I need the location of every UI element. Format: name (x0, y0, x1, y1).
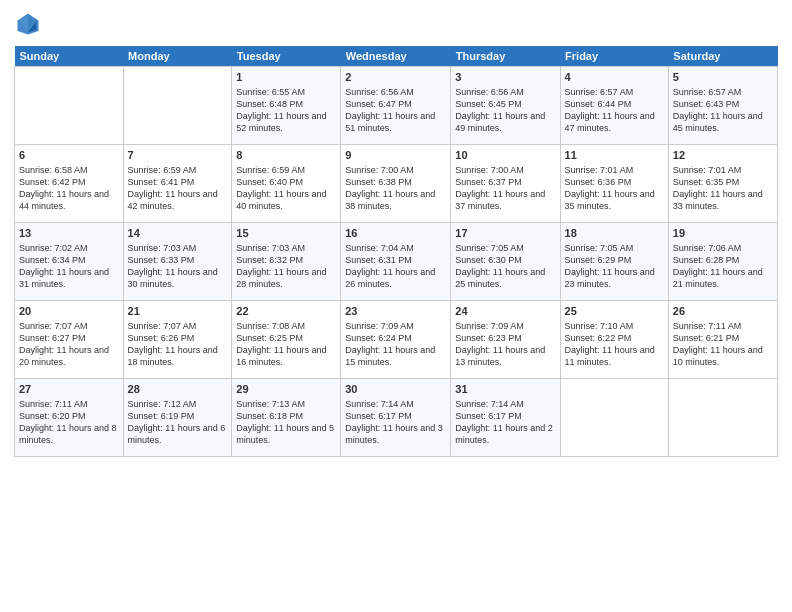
day-number: 28 (128, 382, 228, 397)
day-cell-6: 6Sunrise: 6:58 AMSunset: 6:42 PMDaylight… (15, 145, 124, 223)
day-cell-2: 2Sunrise: 6:56 AMSunset: 6:47 PMDaylight… (341, 67, 451, 145)
day-cell-7: 7Sunrise: 6:59 AMSunset: 6:41 PMDaylight… (123, 145, 232, 223)
day-cell-12: 12Sunrise: 7:01 AMSunset: 6:35 PMDayligh… (668, 145, 777, 223)
day-number: 15 (236, 226, 336, 241)
day-cell-16: 16Sunrise: 7:04 AMSunset: 6:31 PMDayligh… (341, 223, 451, 301)
sunset: Sunset: 6:40 PM (236, 177, 303, 187)
weekday-saturday: Saturday (668, 46, 777, 67)
day-number: 1 (236, 70, 336, 85)
sunset: Sunset: 6:27 PM (19, 333, 86, 343)
day-number: 13 (19, 226, 119, 241)
sunrise: Sunrise: 6:55 AM (236, 87, 305, 97)
sunrise: Sunrise: 7:06 AM (673, 243, 742, 253)
week-row-3: 13Sunrise: 7:02 AMSunset: 6:34 PMDayligh… (15, 223, 778, 301)
day-cell-25: 25Sunrise: 7:10 AMSunset: 6:22 PMDayligh… (560, 301, 668, 379)
daylight-hours: Daylight: 11 hours and 6 minutes. (128, 423, 226, 445)
daylight-hours: Daylight: 11 hours and 42 minutes. (128, 189, 218, 211)
day-number: 9 (345, 148, 446, 163)
day-cell-11: 11Sunrise: 7:01 AMSunset: 6:36 PMDayligh… (560, 145, 668, 223)
day-cell-26: 26Sunrise: 7:11 AMSunset: 6:21 PMDayligh… (668, 301, 777, 379)
day-cell-24: 24Sunrise: 7:09 AMSunset: 6:23 PMDayligh… (451, 301, 560, 379)
sunset: Sunset: 6:43 PM (673, 99, 740, 109)
logo-icon (14, 10, 42, 38)
sunset: Sunset: 6:19 PM (128, 411, 195, 421)
daylight-hours: Daylight: 11 hours and 45 minutes. (673, 111, 763, 133)
daylight-hours: Daylight: 11 hours and 20 minutes. (19, 345, 109, 367)
sunrise: Sunrise: 7:05 AM (565, 243, 634, 253)
daylight-hours: Daylight: 11 hours and 8 minutes. (19, 423, 117, 445)
daylight-hours: Daylight: 11 hours and 25 minutes. (455, 267, 545, 289)
sunrise: Sunrise: 7:03 AM (236, 243, 305, 253)
sunrise: Sunrise: 7:04 AM (345, 243, 414, 253)
sunset: Sunset: 6:26 PM (128, 333, 195, 343)
sunset: Sunset: 6:42 PM (19, 177, 86, 187)
daylight-hours: Daylight: 11 hours and 40 minutes. (236, 189, 326, 211)
day-cell-18: 18Sunrise: 7:05 AMSunset: 6:29 PMDayligh… (560, 223, 668, 301)
sunset: Sunset: 6:21 PM (673, 333, 740, 343)
day-number: 7 (128, 148, 228, 163)
week-row-2: 6Sunrise: 6:58 AMSunset: 6:42 PMDaylight… (15, 145, 778, 223)
daylight-hours: Daylight: 11 hours and 44 minutes. (19, 189, 109, 211)
day-number: 21 (128, 304, 228, 319)
empty-cell (15, 67, 124, 145)
daylight-hours: Daylight: 11 hours and 2 minutes. (455, 423, 553, 445)
sunset: Sunset: 6:47 PM (345, 99, 412, 109)
day-cell-20: 20Sunrise: 7:07 AMSunset: 6:27 PMDayligh… (15, 301, 124, 379)
weekday-wednesday: Wednesday (341, 46, 451, 67)
daylight-hours: Daylight: 11 hours and 10 minutes. (673, 345, 763, 367)
sunset: Sunset: 6:35 PM (673, 177, 740, 187)
sunrise: Sunrise: 7:13 AM (236, 399, 305, 409)
day-cell-4: 4Sunrise: 6:57 AMSunset: 6:44 PMDaylight… (560, 67, 668, 145)
day-cell-15: 15Sunrise: 7:03 AMSunset: 6:32 PMDayligh… (232, 223, 341, 301)
day-number: 22 (236, 304, 336, 319)
day-cell-23: 23Sunrise: 7:09 AMSunset: 6:24 PMDayligh… (341, 301, 451, 379)
day-number: 31 (455, 382, 555, 397)
daylight-hours: Daylight: 11 hours and 15 minutes. (345, 345, 435, 367)
day-number: 24 (455, 304, 555, 319)
day-number: 2 (345, 70, 446, 85)
day-number: 3 (455, 70, 555, 85)
day-number: 25 (565, 304, 664, 319)
sunset: Sunset: 6:17 PM (345, 411, 412, 421)
sunset: Sunset: 6:41 PM (128, 177, 195, 187)
sunrise: Sunrise: 7:02 AM (19, 243, 88, 253)
day-number: 17 (455, 226, 555, 241)
sunrise: Sunrise: 6:58 AM (19, 165, 88, 175)
sunrise: Sunrise: 6:56 AM (345, 87, 414, 97)
day-cell-29: 29Sunrise: 7:13 AMSunset: 6:18 PMDayligh… (232, 379, 341, 457)
sunset: Sunset: 6:37 PM (455, 177, 522, 187)
sunset: Sunset: 6:24 PM (345, 333, 412, 343)
sunset: Sunset: 6:30 PM (455, 255, 522, 265)
sunrise: Sunrise: 7:03 AM (128, 243, 197, 253)
daylight-hours: Daylight: 11 hours and 26 minutes. (345, 267, 435, 289)
daylight-hours: Daylight: 11 hours and 52 minutes. (236, 111, 326, 133)
day-cell-13: 13Sunrise: 7:02 AMSunset: 6:34 PMDayligh… (15, 223, 124, 301)
sunset: Sunset: 6:23 PM (455, 333, 522, 343)
daylight-hours: Daylight: 11 hours and 31 minutes. (19, 267, 109, 289)
daylight-hours: Daylight: 11 hours and 23 minutes. (565, 267, 655, 289)
day-number: 20 (19, 304, 119, 319)
day-cell-8: 8Sunrise: 6:59 AMSunset: 6:40 PMDaylight… (232, 145, 341, 223)
empty-cell (668, 379, 777, 457)
sunrise: Sunrise: 7:12 AM (128, 399, 197, 409)
day-number: 16 (345, 226, 446, 241)
sunset: Sunset: 6:44 PM (565, 99, 632, 109)
sunrise: Sunrise: 7:11 AM (19, 399, 88, 409)
day-number: 27 (19, 382, 119, 397)
empty-cell (560, 379, 668, 457)
day-number: 4 (565, 70, 664, 85)
day-number: 5 (673, 70, 773, 85)
week-row-4: 20Sunrise: 7:07 AMSunset: 6:27 PMDayligh… (15, 301, 778, 379)
sunrise: Sunrise: 7:01 AM (673, 165, 742, 175)
week-row-5: 27Sunrise: 7:11 AMSunset: 6:20 PMDayligh… (15, 379, 778, 457)
sunset: Sunset: 6:17 PM (455, 411, 522, 421)
day-cell-17: 17Sunrise: 7:05 AMSunset: 6:30 PMDayligh… (451, 223, 560, 301)
day-number: 10 (455, 148, 555, 163)
day-cell-1: 1Sunrise: 6:55 AMSunset: 6:48 PMDaylight… (232, 67, 341, 145)
sunset: Sunset: 6:33 PM (128, 255, 195, 265)
daylight-hours: Daylight: 11 hours and 21 minutes. (673, 267, 763, 289)
day-cell-3: 3Sunrise: 6:56 AMSunset: 6:45 PMDaylight… (451, 67, 560, 145)
daylight-hours: Daylight: 11 hours and 28 minutes. (236, 267, 326, 289)
sunrise: Sunrise: 7:00 AM (455, 165, 524, 175)
day-cell-9: 9Sunrise: 7:00 AMSunset: 6:38 PMDaylight… (341, 145, 451, 223)
